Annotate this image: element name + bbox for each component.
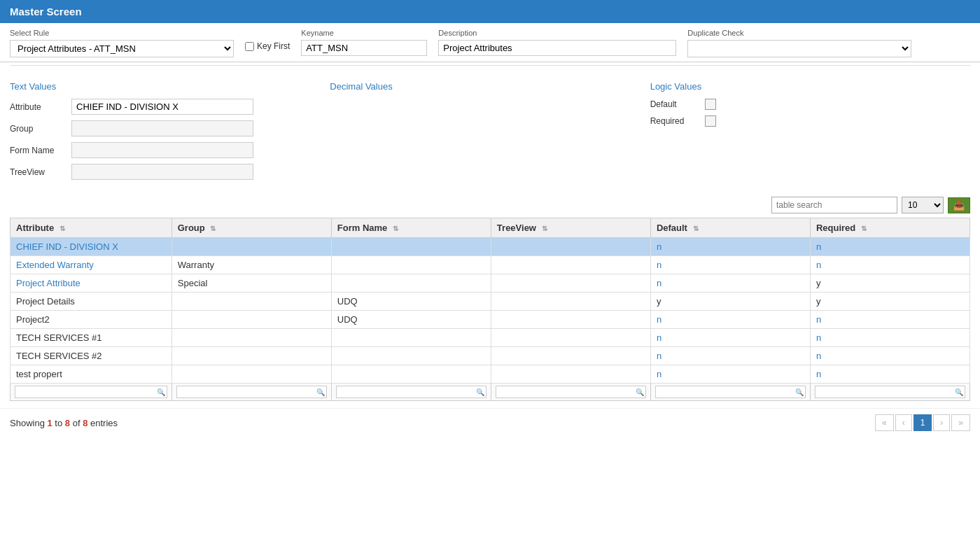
cell-attribute: CHIEF IND - DIVISION X (10, 238, 172, 256)
filter-formname-input[interactable] (336, 386, 486, 398)
sort-icon-required: ⇅ (861, 225, 867, 232)
table-row[interactable]: Project Attribute Special n y (10, 274, 970, 293)
default-checkbox[interactable] (705, 99, 716, 110)
filter-attribute-input[interactable] (15, 386, 167, 398)
logic-values-title: Logic Values (650, 81, 970, 92)
th-default[interactable]: Default ⇅ (650, 218, 810, 238)
th-form-name[interactable]: Form Name ⇅ (331, 218, 491, 238)
cell-attribute: Project Details (10, 293, 172, 311)
description-group: Description (438, 29, 676, 56)
cell-default: n (650, 329, 810, 347)
keyname-input[interactable] (301, 40, 427, 56)
cell-formname (331, 256, 491, 274)
table-search-input[interactable] (771, 197, 897, 213)
text-values-section: Text Values Attribute Group Form Name Tr… (10, 81, 330, 185)
pg-page-1-button[interactable]: 1 (913, 414, 932, 431)
keyname-group: Keyname (301, 29, 427, 56)
filter-treeview-input[interactable] (496, 386, 646, 398)
attribute-row: Attribute (10, 99, 330, 115)
cell-default: n (650, 347, 810, 365)
filter-group-input[interactable] (176, 386, 327, 398)
cell-formname (331, 238, 491, 256)
key-first-group: Key First (245, 41, 290, 51)
table-row[interactable]: Project Details UDQ y y (10, 293, 970, 311)
filter-cell-required: 🔍 (810, 384, 969, 401)
filter-required-icon: 🔍 (955, 388, 963, 396)
select-rule-label: Select Rule (10, 29, 234, 37)
pg-first-button[interactable]: « (875, 414, 894, 431)
required-checkbox[interactable] (705, 115, 716, 127)
middle-form-section: Text Values Attribute Group Form Name Tr… (0, 69, 980, 192)
cell-group (172, 347, 331, 365)
showing-from: 1 (48, 418, 52, 428)
section-divider-1 (10, 65, 970, 66)
filter-group-icon: 🔍 (316, 388, 325, 396)
cell-treeview (491, 293, 650, 311)
cell-treeview (491, 365, 650, 384)
filter-cell-formname: 🔍 (331, 384, 491, 401)
key-first-checkbox[interactable] (245, 42, 254, 51)
showing-text: Showing 1 to 8 of 8 entries (10, 418, 118, 428)
th-group[interactable]: Group ⇅ (172, 218, 331, 238)
table-row[interactable]: test propert n n (10, 365, 970, 384)
export-button[interactable]: 📥 (948, 197, 970, 213)
attribute-input[interactable] (71, 99, 253, 115)
cell-group (172, 365, 331, 384)
cell-treeview (491, 311, 650, 329)
showing-total: 8 (83, 418, 88, 428)
cell-default: n (650, 365, 810, 384)
table-row[interactable]: Project2 UDQ n n (10, 311, 970, 329)
treeview-row: TreeView (10, 164, 330, 180)
sort-icon-form-name: ⇅ (393, 225, 398, 232)
cell-treeview (491, 347, 650, 365)
treeview-input[interactable] (71, 164, 253, 180)
filter-cell-treeview: 🔍 (491, 384, 650, 401)
cell-attribute: TECH SERVICES #1 (10, 329, 172, 347)
text-values-title: Text Values (10, 81, 330, 92)
keyname-label: Keyname (301, 29, 427, 37)
cell-required: n (810, 329, 969, 347)
cell-default: n (650, 274, 810, 293)
form-name-input[interactable] (71, 142, 253, 158)
group-input[interactable] (71, 120, 253, 136)
pg-last-button[interactable]: » (951, 414, 970, 431)
cell-required: n (810, 347, 969, 365)
duplicate-check-label: Duplicate Check (687, 29, 911, 37)
sort-icon-group: ⇅ (210, 225, 216, 232)
th-attribute[interactable]: Attribute ⇅ (10, 218, 172, 238)
select-rule-group: Select Rule Project Attributes - ATT_MSN (10, 29, 234, 57)
filter-required-input[interactable] (815, 386, 965, 398)
filter-default-input[interactable] (655, 386, 806, 398)
pg-next-button[interactable]: › (933, 414, 950, 431)
th-required[interactable]: Required ⇅ (810, 218, 969, 238)
group-row: Group (10, 120, 330, 136)
table-row[interactable]: CHIEF IND - DIVISION X n n (10, 238, 970, 256)
cell-formname (331, 347, 491, 365)
attribute-label: Attribute (10, 102, 66, 112)
filter-formname-icon: 🔍 (476, 388, 484, 396)
table-row[interactable]: Extended Warranty Warranty n n (10, 256, 970, 274)
cell-group (172, 238, 331, 256)
duplicate-check-dropdown[interactable] (687, 40, 911, 57)
cell-group: Warranty (172, 256, 331, 274)
table-body: CHIEF IND - DIVISION X n n Extended Warr… (10, 238, 970, 384)
cell-group (172, 293, 331, 311)
page-size-select[interactable]: 10 25 50 100 (902, 197, 944, 213)
pg-prev-button[interactable]: ‹ (895, 414, 912, 431)
cell-treeview (491, 256, 650, 274)
table-header-row: Attribute ⇅ Group ⇅ Form Name ⇅ TreeView… (10, 218, 970, 238)
default-row: Default (650, 99, 970, 110)
treeview-label: TreeView (10, 167, 66, 177)
cell-formname: UDQ (331, 311, 491, 329)
table-filter-row: 🔍 🔍 🔍 (10, 384, 970, 401)
decimal-values-title: Decimal Values (330, 81, 650, 92)
cell-required: n (810, 365, 969, 384)
select-rule-dropdown[interactable]: Project Attributes - ATT_MSN (10, 40, 234, 57)
table-row[interactable]: TECH SERVICES #2 n n (10, 347, 970, 365)
data-table: Attribute ⇅ Group ⇅ Form Name ⇅ TreeView… (10, 218, 970, 401)
top-controls-section: Select Rule Project Attributes - ATT_MSN… (0, 23, 980, 62)
description-input[interactable] (438, 40, 676, 56)
table-row[interactable]: TECH SERVICES #1 n n (10, 329, 970, 347)
th-treeview[interactable]: TreeView ⇅ (491, 218, 650, 238)
logic-values-section: Logic Values Default Required (650, 81, 970, 185)
